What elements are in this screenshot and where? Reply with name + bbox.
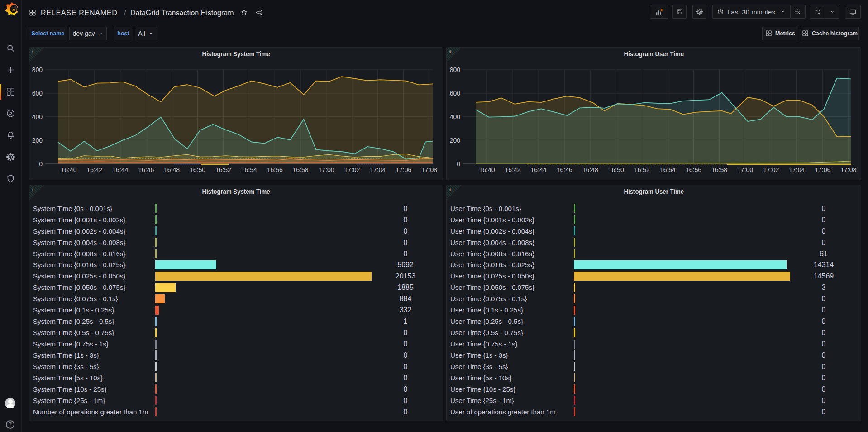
svg-text:400: 400 xyxy=(32,113,43,120)
svg-text:800: 800 xyxy=(450,66,461,73)
svg-text:600: 600 xyxy=(32,90,43,97)
svg-text:17:08: 17:08 xyxy=(421,166,437,173)
svg-text:16:42: 16:42 xyxy=(505,166,521,173)
svg-text:16:40: 16:40 xyxy=(479,166,495,173)
svg-text:17:06: 17:06 xyxy=(396,166,411,173)
svg-text:600: 600 xyxy=(450,90,461,97)
svg-text:16:50: 16:50 xyxy=(190,166,205,173)
svg-text:17:00: 17:00 xyxy=(737,166,753,173)
svg-text:16:50: 16:50 xyxy=(608,166,624,173)
svg-text:16:48: 16:48 xyxy=(164,166,180,173)
svg-text:16:44: 16:44 xyxy=(531,166,547,173)
svg-text:16:52: 16:52 xyxy=(634,166,650,173)
svg-text:0: 0 xyxy=(457,160,460,168)
svg-text:16:40: 16:40 xyxy=(61,166,76,173)
svg-text:0: 0 xyxy=(39,160,43,168)
svg-text:17:00: 17:00 xyxy=(318,166,334,173)
svg-text:17:04: 17:04 xyxy=(789,166,805,173)
svg-text:16:44: 16:44 xyxy=(112,166,128,173)
svg-text:16:56: 16:56 xyxy=(686,166,701,173)
svg-text:16:48: 16:48 xyxy=(582,166,598,173)
svg-text:200: 200 xyxy=(450,137,461,144)
svg-text:16:58: 16:58 xyxy=(711,166,727,173)
svg-text:17:02: 17:02 xyxy=(763,166,779,173)
svg-text:16:46: 16:46 xyxy=(557,166,572,173)
svg-text:200: 200 xyxy=(32,137,43,144)
svg-text:17:08: 17:08 xyxy=(840,166,856,173)
svg-text:16:46: 16:46 xyxy=(138,166,154,173)
svg-text:800: 800 xyxy=(32,66,43,73)
svg-text:16:56: 16:56 xyxy=(267,166,283,173)
svg-text:17:04: 17:04 xyxy=(370,166,386,173)
svg-text:16:42: 16:42 xyxy=(86,166,102,173)
svg-text:16:52: 16:52 xyxy=(215,166,231,173)
svg-text:17:06: 17:06 xyxy=(815,166,830,173)
svg-text:16:54: 16:54 xyxy=(241,166,257,173)
svg-text:400: 400 xyxy=(450,113,461,120)
svg-text:17:02: 17:02 xyxy=(344,166,360,173)
svg-text:16:54: 16:54 xyxy=(660,166,676,173)
svg-text:16:58: 16:58 xyxy=(293,166,309,173)
